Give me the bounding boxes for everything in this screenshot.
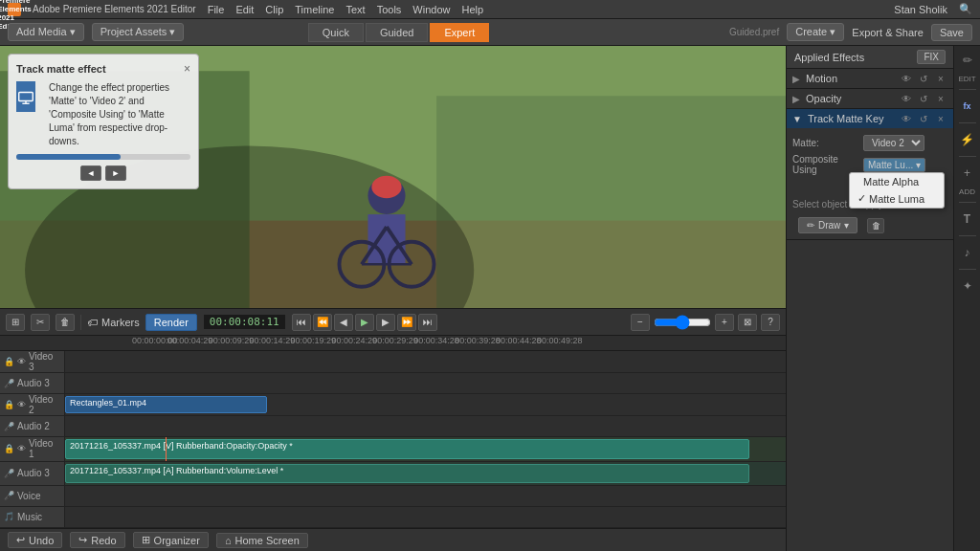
trash-button[interactable]: 🗑 (867, 218, 884, 233)
opacity-expand-icon[interactable]: ▶ (792, 94, 800, 104)
tooltip-prev-button[interactable]: ◄ (80, 165, 101, 181)
track-content-audio2[interactable] (65, 416, 786, 436)
clip-audio3-main[interactable]: 20171216_105337.mp4 [A] Rubberband:Volum… (65, 464, 749, 483)
composite-select-button[interactable]: Matte Lu... ▾ (863, 158, 925, 172)
quick-mode-button[interactable]: Quick (308, 23, 364, 42)
track-mic-a2[interactable]: 🎤 (4, 422, 14, 431)
add-strip-icon[interactable]: + (957, 163, 978, 184)
track-mic-a3b[interactable]: 🎤 (4, 469, 14, 478)
track-matte-delete-icon[interactable]: × (934, 112, 947, 125)
motion-expand-icon[interactable]: ▶ (792, 74, 800, 84)
track-content-audio3-bot[interactable]: 20171216_105337.mp4 [A] Rubberband:Volum… (65, 462, 786, 485)
track-mic-voice[interactable]: 🎤 (4, 491, 14, 500)
track-content-video2[interactable]: Rectangles_01.mp4 (65, 394, 786, 415)
transport-start[interactable]: ⏮ (292, 314, 311, 331)
opacity-eye-icon[interactable]: 👁 (900, 92, 913, 105)
timeline-tool-2[interactable]: ✂ (31, 314, 50, 331)
applied-effects-header: Applied Effects FIX (787, 46, 953, 69)
timeline-zoom-slider[interactable] (654, 315, 711, 330)
menu-window[interactable]: Window (412, 4, 450, 15)
music-strip-icon[interactable]: ♪ (957, 242, 978, 263)
track-lock-v1[interactable]: 🔒 (4, 444, 14, 453)
render-button[interactable]: Render (145, 314, 197, 331)
organizer-button[interactable]: ⊞ Organizer (133, 532, 209, 548)
track-eye-v1[interactable]: 👁 (17, 444, 26, 453)
home-screen-button[interactable]: ⌂ Home Screen (216, 533, 308, 548)
export-share-button[interactable]: Export & Share (852, 27, 924, 38)
progress-fill (16, 154, 121, 160)
tooltip-next-button[interactable]: ► (105, 165, 126, 181)
menu-clip[interactable]: Clip (265, 4, 283, 15)
applied-effects-panel: Applied Effects FIX ▶ Motion 👁 ↺ × ▶ Opa… (786, 46, 953, 551)
fx-strip-icon[interactable]: fx (957, 96, 978, 117)
matte-property: Matte: Video 2 (792, 135, 947, 151)
menu-text[interactable]: Text (345, 4, 365, 15)
track-lock-v3[interactable]: 🔒 (4, 357, 14, 366)
draw-button[interactable]: ✏ Draw ▾ (798, 217, 858, 233)
track-matte-reset-icon[interactable]: ↺ (917, 112, 930, 125)
track-content-video1[interactable]: 20171216_105337.mp4 [V] Rubberband:Opaci… (65, 437, 786, 460)
track-matte-expand-icon[interactable]: ▼ (792, 114, 802, 124)
opacity-reset-icon[interactable]: ↺ (917, 92, 930, 105)
tooltip-close-button[interactable]: × (184, 62, 190, 76)
redo-button[interactable]: ↪ Redo (70, 532, 124, 548)
transport-play[interactable]: ▶ (355, 314, 374, 331)
track-mic-music[interactable]: 🎵 (4, 512, 14, 521)
motion-eye-icon[interactable]: 👁 (900, 72, 913, 85)
clip-rectangles[interactable]: Rectangles_01.mp4 (65, 396, 267, 413)
transport-rewind[interactable]: ⏪ (313, 314, 332, 331)
edit-strip-icon[interactable]: ✏ (957, 50, 978, 71)
save-button[interactable]: Save (931, 24, 972, 41)
track-content-voice[interactable] (65, 486, 786, 506)
opacity-delete-icon[interactable]: × (934, 92, 947, 105)
timeline-zoom-in[interactable]: + (715, 314, 734, 331)
transport-step-fwd[interactable]: ▶ (376, 314, 395, 331)
effect-section-track-matte: ▼ Track Matte Key 👁 ↺ × Matte: Video 2 C… (787, 109, 953, 240)
matte-property-label: Matte: (792, 138, 859, 148)
transport-end[interactable]: ⏭ (418, 314, 437, 331)
dropdown-matte-alpha[interactable]: Matte Alpha (850, 173, 944, 190)
dropdown-matte-luma[interactable]: Matte Luma (850, 190, 944, 208)
timeline-tool-3[interactable]: 🗑 (56, 314, 75, 331)
undo-button[interactable]: ↩ Undo (8, 532, 62, 548)
track-lock-v2[interactable]: 🔒 (4, 400, 14, 409)
menu-tools[interactable]: Tools (377, 4, 402, 15)
matte-select[interactable]: Video 2 (863, 135, 924, 151)
menu-bar: Adobe Premiere Elements 2021 Editor Adob… (0, 0, 980, 19)
track-eye-v2[interactable]: 👁 (17, 400, 26, 409)
transport-step-back[interactable]: ◀ (334, 314, 353, 331)
track-content-audio3-top[interactable] (65, 373, 786, 393)
menu-file[interactable]: File (208, 4, 225, 15)
motion-delete-icon[interactable]: × (934, 72, 947, 85)
timeline-help[interactable]: ? (761, 314, 780, 331)
add-media-button[interactable]: Add Media ▾ (8, 23, 84, 41)
track-name-audio2: Audio 2 (17, 421, 50, 431)
track-content-video3[interactable] (65, 351, 786, 372)
guided-mode-button[interactable]: Guided (366, 23, 428, 42)
expert-mode-button[interactable]: Expert (430, 23, 489, 42)
draw-row: ✏ Draw ▾ 🗑 (787, 211, 953, 239)
tooltip-progress (16, 154, 190, 160)
track-eye-v3[interactable]: 👁 (17, 357, 26, 366)
ruler-tick: 00:00:04:29 (167, 336, 213, 345)
menu-help[interactable]: Help (461, 4, 483, 15)
project-assets-button[interactable]: Project Assets ▾ (92, 23, 185, 41)
track-mic-a3t[interactable]: 🎤 (4, 379, 14, 388)
transport-fast-fwd[interactable]: ⏩ (397, 314, 416, 331)
track-matte-eye-icon[interactable]: 👁 (900, 112, 913, 125)
clip-video1-main[interactable]: 20171216_105337.mp4 [V] Rubberband:Opaci… (65, 439, 749, 458)
timeline-fit[interactable]: ⊠ (738, 314, 757, 331)
fix-button[interactable]: FIX (917, 50, 946, 64)
timeline-zoom-out[interactable]: − (631, 314, 650, 331)
motion-reset-icon[interactable]: ↺ (917, 72, 930, 85)
timeline-tool-1[interactable]: ⊞ (6, 314, 25, 331)
search-icon[interactable]: 🔍 (959, 3, 972, 15)
adjust-strip-icon[interactable]: ⚡ (957, 129, 978, 150)
menu-timeline[interactable]: Timeline (295, 4, 334, 15)
track-content-music[interactable] (65, 507, 786, 527)
effects-strip-icon[interactable]: ✦ (957, 276, 978, 297)
create-button[interactable]: Create ▾ (787, 23, 844, 41)
text-strip-icon[interactable]: T (957, 209, 978, 230)
home-icon: ⌂ (225, 535, 232, 546)
menu-edit[interactable]: Edit (235, 4, 254, 15)
